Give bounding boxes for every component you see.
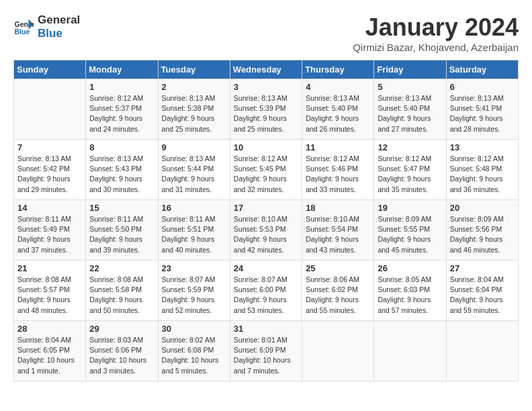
calendar-cell: 27Sunrise: 8:04 AM Sunset: 6:04 PM Dayli… (446, 261, 518, 321)
day-number: 10 (234, 142, 298, 152)
day-info: Sunrise: 8:13 AM Sunset: 5:43 PM Dayligh… (89, 154, 154, 195)
day-info: Sunrise: 8:13 AM Sunset: 5:40 PM Dayligh… (378, 93, 442, 134)
day-number: 14 (17, 203, 82, 213)
day-number: 20 (450, 203, 515, 213)
header-tuesday: Tuesday (158, 60, 230, 79)
week-row-3: 21Sunrise: 8:08 AM Sunset: 5:57 PM Dayli… (14, 261, 519, 321)
day-info: Sunrise: 8:05 AM Sunset: 6:03 PM Dayligh… (378, 275, 442, 316)
day-info: Sunrise: 8:10 AM Sunset: 5:54 PM Dayligh… (306, 214, 370, 255)
logo-blue: Blue (38, 27, 80, 40)
week-row-2: 14Sunrise: 8:11 AM Sunset: 5:49 PM Dayli… (14, 200, 519, 261)
page-header: General Blue General Blue January 2024 Q… (13, 13, 519, 53)
day-number: 7 (17, 142, 82, 152)
calendar-cell: 26Sunrise: 8:05 AM Sunset: 6:03 PM Dayli… (374, 261, 446, 321)
day-number: 26 (378, 263, 442, 273)
day-info: Sunrise: 8:10 AM Sunset: 5:53 PM Dayligh… (234, 214, 298, 255)
day-info: Sunrise: 8:12 AM Sunset: 5:37 PM Dayligh… (89, 93, 154, 134)
calendar-cell: 28Sunrise: 8:04 AM Sunset: 6:05 PM Dayli… (14, 321, 86, 381)
day-number: 24 (234, 263, 298, 273)
day-number: 18 (306, 203, 370, 213)
day-info: Sunrise: 8:04 AM Sunset: 6:05 PM Dayligh… (17, 335, 82, 376)
day-number: 1 (89, 82, 154, 92)
calendar-cell (302, 321, 374, 381)
calendar-cell: 12Sunrise: 8:12 AM Sunset: 5:47 PM Dayli… (374, 140, 446, 200)
calendar-cell: 15Sunrise: 8:11 AM Sunset: 5:50 PM Dayli… (86, 200, 158, 261)
day-number: 22 (89, 263, 154, 273)
day-info: Sunrise: 8:02 AM Sunset: 6:08 PM Dayligh… (162, 335, 226, 376)
calendar-cell: 30Sunrise: 8:02 AM Sunset: 6:08 PM Dayli… (158, 321, 230, 381)
day-number: 23 (162, 263, 226, 273)
logo-icon: General Blue (13, 17, 34, 37)
day-number: 2 (162, 82, 226, 92)
calendar-cell: 2Sunrise: 8:13 AM Sunset: 5:38 PM Daylig… (158, 79, 230, 140)
day-number: 27 (450, 263, 515, 273)
calendar-cell: 7Sunrise: 8:13 AM Sunset: 5:42 PM Daylig… (14, 140, 86, 200)
day-number: 28 (17, 324, 82, 334)
day-number: 30 (162, 324, 226, 334)
calendar-cell (14, 79, 86, 140)
day-number: 31 (234, 324, 298, 334)
calendar-cell: 23Sunrise: 8:07 AM Sunset: 5:59 PM Dayli… (158, 261, 230, 321)
week-row-4: 28Sunrise: 8:04 AM Sunset: 6:05 PM Dayli… (14, 321, 519, 381)
day-info: Sunrise: 8:06 AM Sunset: 6:02 PM Dayligh… (306, 275, 370, 316)
header-saturday: Saturday (446, 60, 518, 79)
month-title: January 2024 (353, 13, 519, 42)
calendar-cell: 22Sunrise: 8:08 AM Sunset: 5:58 PM Dayli… (86, 261, 158, 321)
calendar-cell: 5Sunrise: 8:13 AM Sunset: 5:40 PM Daylig… (374, 79, 446, 140)
day-info: Sunrise: 8:09 AM Sunset: 5:56 PM Dayligh… (450, 214, 515, 255)
day-number: 13 (450, 142, 515, 152)
day-number: 6 (450, 82, 515, 92)
day-info: Sunrise: 8:12 AM Sunset: 5:46 PM Dayligh… (306, 154, 370, 195)
header-sunday: Sunday (14, 60, 86, 79)
calendar-cell (446, 321, 518, 381)
day-number: 4 (306, 82, 370, 92)
calendar-cell: 10Sunrise: 8:12 AM Sunset: 5:45 PM Dayli… (230, 140, 302, 200)
day-info: Sunrise: 8:13 AM Sunset: 5:44 PM Dayligh… (162, 154, 226, 195)
calendar-cell: 31Sunrise: 8:01 AM Sunset: 6:09 PM Dayli… (230, 321, 302, 381)
day-number: 16 (162, 203, 226, 213)
calendar-cell: 18Sunrise: 8:10 AM Sunset: 5:54 PM Dayli… (302, 200, 374, 261)
day-number: 29 (89, 324, 154, 334)
header-row: SundayMondayTuesdayWednesdayThursdayFrid… (14, 60, 519, 79)
header-wednesday: Wednesday (230, 60, 302, 79)
day-info: Sunrise: 8:13 AM Sunset: 5:42 PM Dayligh… (17, 154, 82, 195)
day-info: Sunrise: 8:12 AM Sunset: 5:45 PM Dayligh… (234, 154, 298, 195)
svg-text:Blue: Blue (15, 27, 30, 35)
day-number: 3 (234, 82, 298, 92)
location: Qirmizi Bazar, Khojavend, Azerbaijan (353, 42, 519, 53)
logo: General Blue General Blue (13, 13, 80, 40)
calendar-cell: 20Sunrise: 8:09 AM Sunset: 5:56 PM Dayli… (446, 200, 518, 261)
day-info: Sunrise: 8:03 AM Sunset: 6:06 PM Dayligh… (89, 335, 154, 376)
calendar-cell: 6Sunrise: 8:13 AM Sunset: 5:41 PM Daylig… (446, 79, 518, 140)
day-info: Sunrise: 8:13 AM Sunset: 5:41 PM Dayligh… (450, 93, 515, 134)
calendar-cell: 29Sunrise: 8:03 AM Sunset: 6:06 PM Dayli… (86, 321, 158, 381)
calendar-cell: 14Sunrise: 8:11 AM Sunset: 5:49 PM Dayli… (14, 200, 86, 261)
week-row-1: 7Sunrise: 8:13 AM Sunset: 5:42 PM Daylig… (14, 140, 519, 200)
calendar-table: SundayMondayTuesdayWednesdayThursdayFrid… (13, 60, 519, 381)
calendar-cell: 3Sunrise: 8:13 AM Sunset: 5:39 PM Daylig… (230, 79, 302, 140)
day-info: Sunrise: 8:04 AM Sunset: 6:04 PM Dayligh… (450, 275, 515, 316)
calendar-cell: 17Sunrise: 8:10 AM Sunset: 5:53 PM Dayli… (230, 200, 302, 261)
day-info: Sunrise: 8:12 AM Sunset: 5:47 PM Dayligh… (378, 154, 442, 195)
day-info: Sunrise: 8:11 AM Sunset: 5:49 PM Dayligh… (17, 214, 82, 255)
calendar-cell: 21Sunrise: 8:08 AM Sunset: 5:57 PM Dayli… (14, 261, 86, 321)
header-friday: Friday (374, 60, 446, 79)
day-number: 21 (17, 263, 82, 273)
day-info: Sunrise: 8:08 AM Sunset: 5:58 PM Dayligh… (89, 275, 154, 316)
calendar-cell: 9Sunrise: 8:13 AM Sunset: 5:44 PM Daylig… (158, 140, 230, 200)
calendar-cell: 16Sunrise: 8:11 AM Sunset: 5:51 PM Dayli… (158, 200, 230, 261)
calendar-cell (374, 321, 446, 381)
day-info: Sunrise: 8:01 AM Sunset: 6:09 PM Dayligh… (234, 335, 298, 376)
day-number: 9 (162, 142, 226, 152)
week-row-0: 1Sunrise: 8:12 AM Sunset: 5:37 PM Daylig… (14, 79, 519, 140)
calendar-cell: 13Sunrise: 8:12 AM Sunset: 5:48 PM Dayli… (446, 140, 518, 200)
calendar-cell: 19Sunrise: 8:09 AM Sunset: 5:55 PM Dayli… (374, 200, 446, 261)
day-info: Sunrise: 8:13 AM Sunset: 5:39 PM Dayligh… (234, 93, 298, 134)
day-number: 11 (306, 142, 370, 152)
title-block: January 2024 Qirmizi Bazar, Khojavend, A… (353, 13, 519, 53)
day-number: 25 (306, 263, 370, 273)
day-number: 15 (89, 203, 154, 213)
day-info: Sunrise: 8:08 AM Sunset: 5:57 PM Dayligh… (17, 275, 82, 316)
calendar-cell: 24Sunrise: 8:07 AM Sunset: 6:00 PM Dayli… (230, 261, 302, 321)
day-number: 5 (378, 82, 442, 92)
